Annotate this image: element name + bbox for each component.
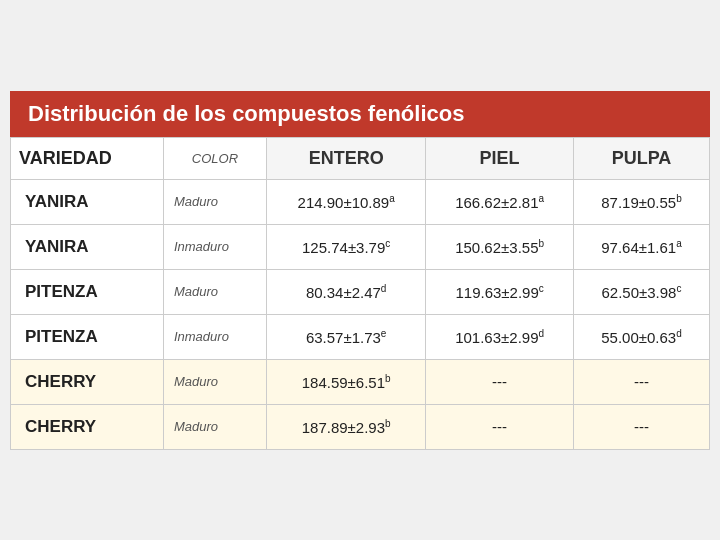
entero-cell: 214.90±10.89a: [267, 179, 426, 224]
entero-cell: 80.34±2.47d: [267, 269, 426, 314]
entero-cell: 63.57±1.73e: [267, 314, 426, 359]
entero-header: ENTERO: [267, 137, 426, 179]
piel-cell: ---: [426, 404, 574, 449]
color-cell: Maduro: [163, 404, 266, 449]
entero-cell: 187.89±2.93b: [267, 404, 426, 449]
color-cell: Maduro: [163, 359, 266, 404]
piel-cell: 119.63±2.99c: [426, 269, 574, 314]
variedad-cell: YANIRA: [11, 179, 164, 224]
variedad-cell: CHERRY: [11, 359, 164, 404]
variedad-header: VARIEDAD: [11, 137, 164, 179]
color-cell: Inmaduro: [163, 224, 266, 269]
color-cell: Inmaduro: [163, 314, 266, 359]
variedad-cell: YANIRA: [11, 224, 164, 269]
pulpa-header: PULPA: [573, 137, 709, 179]
variedad-cell: CHERRY: [11, 404, 164, 449]
piel-cell: 166.62±2.81a: [426, 179, 574, 224]
pulpa-cell: 55.00±0.63d: [573, 314, 709, 359]
entero-cell: 125.74±3.79c: [267, 224, 426, 269]
piel-header: PIEL: [426, 137, 574, 179]
variedad-cell: PITENZA: [11, 314, 164, 359]
pulpa-cell: ---: [573, 359, 709, 404]
color-cell: Maduro: [163, 269, 266, 314]
entero-cell: 184.59±6.51b: [267, 359, 426, 404]
variedad-cell: PITENZA: [11, 269, 164, 314]
piel-cell: ---: [426, 359, 574, 404]
pulpa-cell: ---: [573, 404, 709, 449]
pulpa-cell: 62.50±3.98c: [573, 269, 709, 314]
piel-cell: 150.62±3.55b: [426, 224, 574, 269]
color-cell: Maduro: [163, 179, 266, 224]
color-header: COLOR: [163, 137, 266, 179]
piel-cell: 101.63±2.99d: [426, 314, 574, 359]
pulpa-cell: 87.19±0.55b: [573, 179, 709, 224]
pulpa-cell: 97.64±1.61a: [573, 224, 709, 269]
page-title: Distribución de los compuestos fenólicos: [10, 91, 710, 137]
